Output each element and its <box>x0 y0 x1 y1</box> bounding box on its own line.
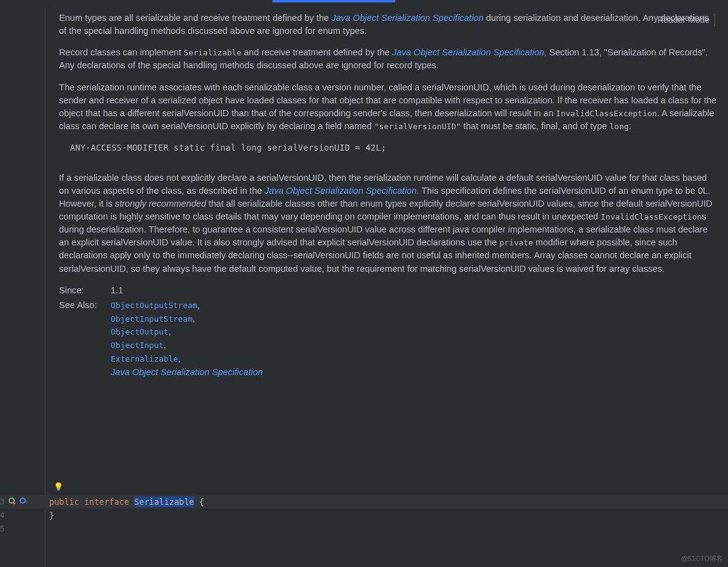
link-java-serialization-spec[interactable]: Java Object Serialization Specification. <box>264 186 419 196</box>
emphasis: strongly recommended <box>115 199 206 208</box>
doc-paragraph: Enum types are all serializable and rece… <box>59 12 717 38</box>
line-number: 4 <box>0 510 42 521</box>
watermark: @51CTO博客 <box>681 553 723 564</box>
code-inline: "serialVersionUID" <box>374 122 461 131</box>
since-value: 1.1 <box>111 284 717 298</box>
see-also-list: ObjectOutputStream, ObjectInputStream, O… <box>111 299 717 379</box>
type-name-serializable[interactable]: Serializable <box>134 496 194 507</box>
link-externalizable[interactable]: Externalizable <box>111 354 178 363</box>
intention-bulb-icon[interactable]: 💡 <box>53 481 63 493</box>
link-objectoutput[interactable]: ObjectOutput <box>111 327 168 336</box>
doc-paragraph: If a serializable class does not explici… <box>59 172 717 276</box>
keyword-interface: interface <box>84 497 129 507</box>
doc-paragraph: Record classes can implement Serializabl… <box>59 46 717 72</box>
code-inline: long <box>609 122 628 131</box>
code-inline: InvalidClassException <box>601 212 702 221</box>
editor-gutter <box>0 7 46 567</box>
keyword-public: public <box>49 497 79 507</box>
link-java-serialization-spec[interactable]: Java Object Serialization Specification <box>111 367 263 377</box>
code-inline: InvalidClassException <box>556 109 657 118</box>
link-objectoutputstream[interactable]: ObjectOutputStream <box>111 301 197 310</box>
link-objectinputstream[interactable]: ObjectInputStream <box>111 314 192 323</box>
has-implementations-icon[interactable] <box>9 498 15 504</box>
see-also-label: See Also: <box>59 299 107 379</box>
documentation-panel: Enum types are all serializable and rece… <box>46 7 728 567</box>
link-objectinput[interactable]: ObjectInput <box>111 341 164 350</box>
code-block: ANY-ACCESS-MODIFIER static final long se… <box>70 141 717 154</box>
since-label: Since: <box>59 284 107 298</box>
tab-indicator <box>272 0 395 2</box>
link-java-serialization-spec[interactable]: Java Object Serialization Specification, <box>392 47 547 57</box>
code-inline: Serializable <box>184 48 242 57</box>
doc-paragraph: The serialization runtime associates wit… <box>59 81 717 133</box>
link-java-serialization-spec[interactable]: Java Object Serialization Specification <box>331 13 483 23</box>
top-bar <box>0 0 728 7</box>
code-inline: private <box>499 238 533 247</box>
overridden-icon[interactable] <box>20 498 26 504</box>
line-number: 5 <box>0 523 42 535</box>
